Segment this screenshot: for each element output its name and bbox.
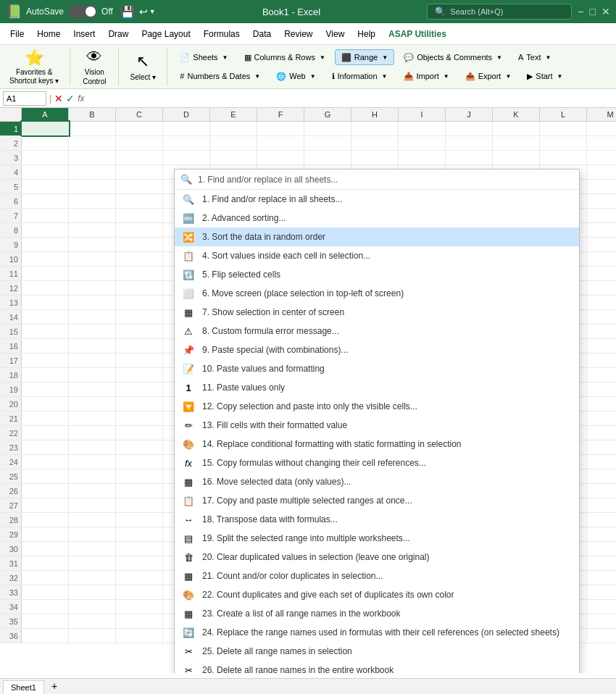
row-number[interactable]: 23 bbox=[0, 440, 22, 454]
cell[interactable] bbox=[587, 122, 616, 135]
dropdown-menu-item[interactable]: ▦21. Count and/or color duplicates in se… bbox=[175, 567, 579, 585]
search-box[interactable]: 🔍 Search (Alt+Q) bbox=[427, 4, 572, 20]
cell[interactable] bbox=[587, 194, 616, 208]
cell[interactable] bbox=[446, 151, 493, 164]
dropdown-menu-item[interactable]: 🗑20. Clear duplicated values in selectio… bbox=[175, 548, 579, 567]
cell[interactable] bbox=[116, 267, 163, 280]
cell[interactable] bbox=[69, 252, 116, 266]
cell[interactable] bbox=[22, 354, 69, 367]
cell[interactable] bbox=[351, 122, 399, 135]
row-number[interactable]: 13 bbox=[0, 296, 22, 309]
cell[interactable] bbox=[69, 223, 116, 237]
cell[interactable] bbox=[587, 585, 616, 599]
cell[interactable] bbox=[22, 614, 69, 628]
cell[interactable] bbox=[399, 122, 446, 135]
dropdown-menu-item[interactable]: 🔤2. Advanced sorting... bbox=[175, 209, 579, 227]
menu-formulas[interactable]: Formulas bbox=[198, 26, 246, 42]
row-number[interactable]: 32 bbox=[0, 571, 22, 585]
cell[interactable] bbox=[210, 136, 257, 150]
cell[interactable] bbox=[163, 136, 210, 150]
cell[interactable] bbox=[69, 267, 116, 280]
dropdown-menu-item[interactable]: 🔃5. Flip selected cells bbox=[175, 265, 579, 284]
cell[interactable] bbox=[587, 325, 616, 338]
cell[interactable] bbox=[22, 368, 69, 382]
save-icon[interactable]: 💾 bbox=[120, 5, 135, 19]
cell[interactable] bbox=[446, 136, 493, 150]
cell[interactable] bbox=[116, 339, 163, 353]
cell[interactable] bbox=[22, 469, 69, 483]
cell[interactable] bbox=[69, 382, 116, 396]
row-number[interactable]: 7 bbox=[0, 209, 22, 222]
cell[interactable] bbox=[69, 556, 116, 570]
cell[interactable] bbox=[22, 411, 69, 425]
dropdown-menu-item[interactable]: ▤19. Split the selected range into multi… bbox=[175, 529, 579, 548]
cell[interactable] bbox=[22, 325, 69, 338]
cell[interactable] bbox=[116, 542, 163, 556]
cell[interactable] bbox=[22, 252, 69, 266]
row-number[interactable]: 14 bbox=[0, 310, 22, 324]
row-number[interactable]: 5 bbox=[0, 180, 22, 193]
cell[interactable] bbox=[304, 122, 351, 135]
row-number[interactable]: 26 bbox=[0, 484, 22, 498]
cell[interactable] bbox=[210, 151, 257, 164]
cell[interactable] bbox=[22, 223, 69, 237]
cell[interactable] bbox=[22, 571, 69, 585]
cell-reference-input[interactable] bbox=[3, 91, 46, 106]
row-number[interactable]: 30 bbox=[0, 542, 22, 556]
cell[interactable] bbox=[69, 165, 116, 179]
cell[interactable] bbox=[116, 194, 163, 208]
cell[interactable] bbox=[540, 122, 587, 135]
cell[interactable] bbox=[116, 498, 163, 512]
cell[interactable] bbox=[587, 151, 616, 164]
cell[interactable] bbox=[69, 397, 116, 411]
cell[interactable] bbox=[116, 527, 163, 541]
cell[interactable] bbox=[69, 339, 116, 353]
import-button[interactable]: 📥 Import ▼ bbox=[397, 68, 456, 84]
cell[interactable] bbox=[399, 151, 446, 164]
col-header-l[interactable]: L bbox=[540, 108, 587, 121]
cell[interactable] bbox=[69, 411, 116, 425]
cancel-formula-icon[interactable]: ✕ bbox=[54, 93, 63, 104]
cell[interactable] bbox=[446, 122, 493, 135]
numbers-dates-button[interactable]: # Numbers & Dates ▼ bbox=[173, 68, 267, 84]
cell[interactable] bbox=[69, 354, 116, 367]
cell[interactable] bbox=[69, 368, 116, 382]
cell[interactable] bbox=[22, 629, 69, 643]
cell[interactable] bbox=[69, 296, 116, 309]
cell[interactable] bbox=[69, 629, 116, 643]
col-header-c[interactable]: C bbox=[116, 108, 163, 121]
row-number[interactable]: 16 bbox=[0, 339, 22, 353]
cell[interactable] bbox=[69, 238, 116, 251]
row-number[interactable]: 28 bbox=[0, 513, 22, 527]
cell[interactable] bbox=[22, 267, 69, 280]
cell[interactable] bbox=[540, 151, 587, 164]
cell[interactable] bbox=[116, 122, 163, 135]
dropdown-menu-item[interactable]: ⚠8. Custom formula error message... bbox=[175, 322, 579, 340]
col-header-m[interactable]: M bbox=[587, 108, 616, 121]
cell[interactable] bbox=[116, 382, 163, 396]
cell[interactable] bbox=[587, 484, 616, 498]
cell[interactable] bbox=[69, 484, 116, 498]
row-number[interactable]: 31 bbox=[0, 556, 22, 570]
cell[interactable] bbox=[351, 136, 399, 150]
cell[interactable] bbox=[116, 455, 163, 469]
menu-draw[interactable]: Draw bbox=[102, 26, 134, 42]
dropdown-menu-item[interactable]: ▦7. Show selection in center of screen bbox=[175, 303, 579, 322]
cell[interactable] bbox=[22, 600, 69, 614]
cell[interactable] bbox=[116, 223, 163, 237]
undo-icon[interactable]: ↩ bbox=[139, 6, 148, 17]
menu-review[interactable]: Review bbox=[278, 26, 318, 42]
cell[interactable] bbox=[116, 252, 163, 266]
cell[interactable] bbox=[69, 498, 116, 512]
menu-file[interactable]: File bbox=[4, 26, 30, 42]
row-number[interactable]: 22 bbox=[0, 426, 22, 440]
cell[interactable] bbox=[399, 136, 446, 150]
col-header-i[interactable]: I bbox=[399, 108, 446, 121]
cell[interactable] bbox=[69, 180, 116, 193]
dropdown-menu-item[interactable]: 🔍1. Find and/or replace in all sheets... bbox=[175, 190, 579, 209]
start-button[interactable]: ▶ Start ▼ bbox=[520, 68, 569, 84]
row-number[interactable]: 2 bbox=[0, 136, 22, 150]
cell[interactable] bbox=[210, 122, 257, 135]
cell[interactable] bbox=[69, 513, 116, 527]
cell[interactable] bbox=[587, 238, 616, 251]
